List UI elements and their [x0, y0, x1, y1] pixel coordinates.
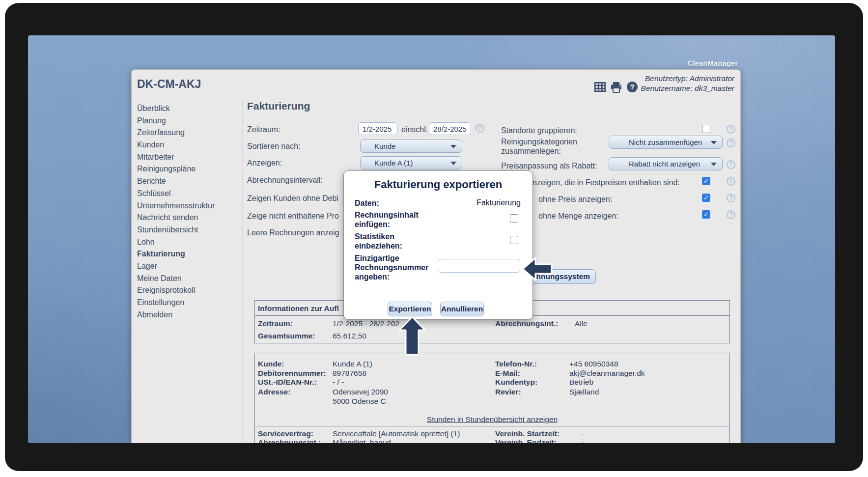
reinigungskategorien-label: Reinigungskategorien zusammenlegen: [501, 137, 604, 156]
telefon-value: +45 60950348 [569, 360, 618, 368]
reinigungskategorien-help-icon[interactable]: ? [727, 139, 735, 147]
sidebar-item-schluessel[interactable]: Schlüssel [137, 189, 170, 198]
chevron-down-icon [450, 145, 456, 148]
ohne-menge-checkbox[interactable]: ✓ [702, 210, 710, 219]
preisanpassung-value: Rabatt nicht anzeigen [629, 160, 700, 168]
desktop-background: CleanManager DK-CM-AKJ ? Benutzertyp: Ad… [28, 35, 835, 443]
sidebar-item-lohn[interactable]: Lohn [137, 238, 155, 247]
standorte-help-icon[interactable]: ? [727, 125, 735, 134]
abrechnungsintervall-label: Abrechnungsintervall: [247, 176, 323, 185]
ust-value: - / - [333, 378, 344, 387]
sidebar-item-kunden[interactable]: Kunden [137, 140, 164, 149]
abrint-label: Abrechnungsint.: [258, 438, 321, 443]
app-window: DK-CM-AKJ ? Benutzertyp: Administrator B… [131, 69, 741, 443]
printer-icon[interactable] [610, 82, 623, 93]
sortieren-dropdown[interactable]: Kunde [360, 140, 462, 153]
sidebar-item-zeiterfassung[interactable]: Zeiterfassung [137, 128, 185, 137]
adresse-value-line1: Odensevej 2090 [333, 388, 388, 396]
sidebar-item-abmelden[interactable]: Abmelden [137, 310, 172, 319]
daten-label: Daten: [355, 198, 379, 208]
ust-label: USt.-ID/EAN-Nr.: [258, 378, 317, 387]
sortieren-value: Kunde [374, 142, 395, 150]
table-divider [255, 426, 729, 426]
einschl-label: einschl. [401, 125, 428, 134]
device-bezel: CleanManager DK-CM-AKJ ? Benutzertyp: Ad… [5, 3, 863, 471]
reinigungskategorien-value: Nicht zusammenfügen [629, 138, 702, 146]
user-type: Benutzertyp: Administrator [645, 74, 734, 83]
kunde-value: Kunde A (1) [333, 360, 372, 368]
sidebar-divider [243, 101, 243, 443]
anzeigen-dropdown[interactable]: Kunde A (1) [360, 156, 462, 169]
festpreise-checkbox[interactable]: ✓ [702, 177, 710, 185]
standorte-gruppieren-checkbox[interactable] [702, 125, 710, 133]
startzeit-value: - [582, 429, 584, 438]
sidebar-item-unternehmensstruktur[interactable]: Unternehmensstruktur [137, 201, 215, 210]
zeitraum-from-input[interactable] [358, 122, 397, 135]
summary-gesamtsumme-value: 65.612,50 [333, 332, 366, 340]
telefon-label: Telefon-Nr.: [495, 360, 537, 368]
kundentyp-label: Kundentyp: [495, 378, 537, 387]
preisanpassung-label: Preisanpassung als Rabatt: [501, 162, 597, 170]
ohne-preis-help-icon[interactable]: ? [727, 194, 735, 202]
sidebar-item-berichte[interactable]: Berichte [137, 177, 166, 186]
exportieren-button[interactable]: Exportieren [388, 302, 432, 316]
summary-abrechnungsint-label: Abrechnungsint.: [495, 319, 558, 328]
ohne-menge-help-icon[interactable]: ? [727, 210, 735, 219]
reinigungskategorien-dropdown[interactable]: Nicht zusammenfügen [609, 136, 723, 149]
zeige-nicht-enthaltene-label-cut: Zeige nicht enthaltene Pro [247, 212, 343, 221]
pointer-arrow-left-icon [522, 257, 553, 283]
debitor-value: 89787658 [333, 369, 366, 378]
sidebar-item-mitarbeiter[interactable]: Mitarbeiter [137, 153, 174, 162]
sidebar-item-reinigungsplaene[interactable]: Reinigungspläne [137, 165, 196, 173]
summary-zeitraum-value: 1/2-2025 - 28/2-202 [333, 319, 399, 328]
table-icon[interactable] [594, 82, 606, 93]
sidebar-item-nachricht-senden[interactable]: Nachricht senden [137, 213, 198, 222]
customer-table: Kunde: Kunde A (1) Telefon-Nr.: +45 6095… [254, 353, 730, 443]
sidebar-item-meine-daten[interactable]: Meine Daten [137, 274, 182, 283]
annullieren-button[interactable]: Annullieren [440, 302, 484, 316]
email-value: akj@cleanmanager.dk [569, 369, 645, 378]
statistiken-label: Statistiken einbeziehen: [355, 232, 433, 251]
chevron-down-icon [711, 141, 717, 144]
preisanpassung-dropdown[interactable]: Rabatt nicht anzeigen [609, 157, 723, 170]
sidebar-item-ereignisprotokoll[interactable]: Ereignisprotokoll [137, 286, 195, 295]
leere-rechnungen-label-cut: Leere Rechnungen anzeig [247, 228, 343, 237]
rechnungsnummer-label: Einzigartige Rechnungsnummer angeben: [355, 253, 436, 281]
sidebar-item-fakturierung-active[interactable]: Fakturierung [137, 250, 185, 258]
sidebar-item-planung[interactable]: Planung [137, 116, 166, 125]
rechnungsnummer-input[interactable] [438, 259, 520, 273]
revier-value: Sjælland [569, 388, 599, 396]
statistiken-checkbox[interactable] [510, 236, 518, 244]
pointer-arrow-up-icon [397, 316, 427, 358]
sidebar-item-lager[interactable]: Lager [137, 262, 157, 271]
festpreise-help-icon[interactable]: ? [727, 177, 735, 186]
rechnungsinhalt-checkbox[interactable] [510, 214, 518, 223]
export-dialog: Fakturierung exportieren Daten: Fakturie… [343, 170, 533, 320]
help-icon[interactable]: ? [627, 82, 638, 92]
chevron-down-icon [711, 163, 717, 166]
sidebar-item-einstellungen[interactable]: Einstellungen [137, 298, 184, 307]
stundenuebersicht-link[interactable]: Stunden in Stundenübersicht anzeigen [427, 415, 558, 423]
endzeit-label: Vereinb. Endzeit: [495, 438, 557, 443]
email-label: E-Mail: [495, 369, 520, 378]
ohne-preis-label-cut: ohne Preis anzeigen: [538, 195, 612, 204]
sidebar-item-ueberblick[interactable]: Überblick [137, 104, 170, 113]
zeitraum-help-icon[interactable]: ? [476, 124, 484, 133]
zeitraum-label: Zeitraum: [247, 125, 280, 134]
sortieren-label: Sortieren nach: [247, 142, 301, 151]
preisanpassung-help-icon[interactable]: ? [727, 160, 735, 169]
dialog-title: Fakturierung exportieren [344, 178, 532, 191]
ohne-preis-checkbox[interactable]: ✓ [702, 194, 710, 202]
summary-zeitraum-label: Zeitraum: [258, 319, 293, 328]
servicevertrag-value: Serviceaftale [Automatisk oprettet] (1) [333, 429, 460, 438]
adresse-value-line2: 5000 Odense C [333, 397, 386, 406]
daten-value: Fakturierung [476, 198, 521, 207]
debitor-label: Debitorennummer: [258, 369, 326, 378]
section-heading: Fakturierung [247, 100, 310, 112]
zeitraum-to-input[interactable] [429, 122, 471, 135]
stundenuebersicht-link-row: Stunden in Stundenübersicht anzeigen [255, 415, 729, 424]
cleanmanager-logo: CleanManager [687, 59, 738, 67]
anzeigen-label: Anzeigen: [247, 159, 282, 168]
user-name: Benutzername: dk3_master [641, 84, 734, 93]
sidebar-item-stundenuebersicht[interactable]: Stundenübersicht [137, 225, 198, 234]
